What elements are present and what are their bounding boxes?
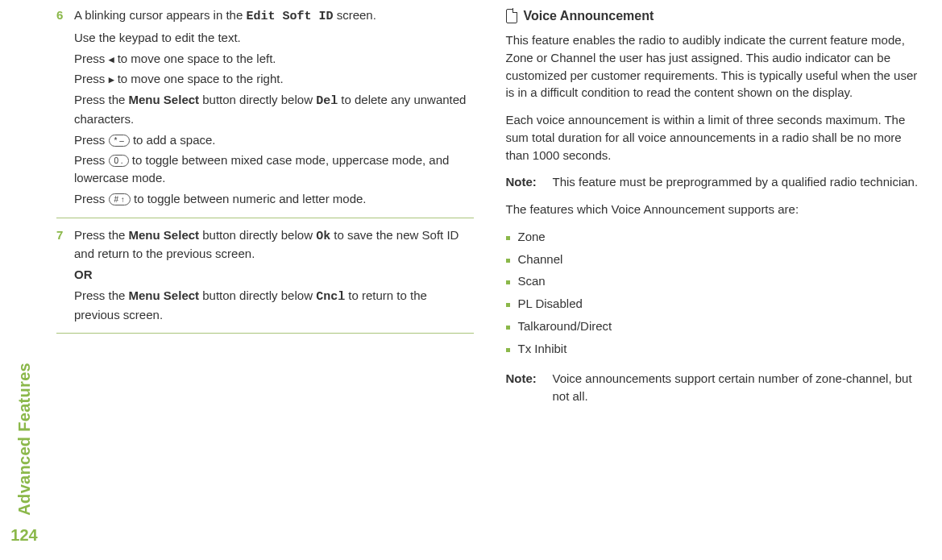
key-star-icon: * – [109,135,130,147]
text: Press [74,52,109,65]
arrow-right-icon: ▸ [109,73,114,85]
list-item: Scan [506,272,923,290]
text: Press [74,153,109,167]
step-7: 7 Press the Menu Select button directly … [56,226,474,334]
paragraph: The features which Voice Announcement su… [506,201,923,218]
note: Note: This feature must be preprogrammed… [506,173,923,191]
ui-label: Menu Select [129,228,200,242]
text: screen. [334,8,376,22]
ui-label: Ok [316,230,330,243]
section-label: Advanced Features [13,363,36,516]
key-hash-icon: # ↑ [109,193,131,205]
text: Press [74,192,109,205]
step-6: 6 A blinking cursor appears in the Edit … [56,6,474,218]
text: button directly below [199,288,316,302]
note-body: Voice announcements support certain numb… [553,370,923,405]
list-item: PL Disabled [506,295,923,313]
text: A blinking cursor appears in the [74,8,246,22]
step-number: 7 [56,226,74,327]
text: Press the [74,288,129,302]
list-text: Zone [518,228,546,246]
bullet-icon [506,348,510,352]
text: to add a space. [130,133,216,147]
step-number: 6 [56,6,74,211]
key-zero-icon: 0 . [109,155,129,167]
ui-label: Del [316,94,338,108]
step-line: Press # ↑ to toggle between numeric and … [74,190,474,208]
text: Press the [74,228,129,242]
list-item: Channel [506,251,923,268]
bullet-icon [506,326,510,330]
step-body: Press the Menu Select button directly be… [74,226,474,327]
text: button directly below [199,228,316,242]
step-line: Press 0 . to toggle between mixed case m… [74,151,474,187]
list-item: Zone [506,228,923,246]
note-body: This feature must be preprogrammed by a … [553,173,923,191]
right-column: Voice Announcement This feature enables … [506,6,923,554]
list-text: Scan [518,272,546,290]
bullet-icon [506,259,510,263]
step-line: Use the keypad to edit the text. [74,29,474,47]
bullet-icon [506,280,510,284]
text: to toggle between numeric and letter mod… [131,192,367,205]
text: Press the [74,93,129,106]
list-item: Tx Inhibit [506,340,923,358]
text: button directly below [199,93,316,106]
ui-label: Edit Soft ID [246,10,333,23]
paragraph: Each voice announcement is within a limi… [506,111,923,164]
list-text: PL Disabled [518,295,583,313]
content: 6 A blinking cursor appears in the Edit … [48,6,942,554]
text: Press [74,133,109,147]
step-line: A blinking cursor appears in the Edit So… [74,6,474,26]
ui-label: Cncl [316,290,345,304]
step-line: Press the Menu Select button directly be… [74,287,474,324]
step-line: Press the Menu Select button directly be… [74,226,474,263]
sidebar: Advanced Features 124 [0,6,48,554]
or-label: OR [74,266,474,284]
note-label: Note: [506,173,543,191]
step-line: Press * – to add a space. [74,131,474,149]
list-text: Tx Inhibit [518,340,567,358]
section-header: Voice Announcement [506,6,923,25]
step-line: Press the Menu Select button directly be… [74,91,474,128]
text: Press [74,72,109,85]
bullet-icon [506,303,510,307]
ui-label: Menu Select [129,93,200,106]
step-body: A blinking cursor appears in the Edit So… [74,6,474,211]
ui-label: Menu Select [129,288,200,302]
list-text: Channel [518,251,563,268]
list-item: Talkaround/Direct [506,317,923,335]
list-text: Talkaround/Direct [518,317,612,335]
arrow-left-icon: ◂ [109,53,114,65]
text: to move one space to the left. [114,52,276,65]
page: Advanced Features 124 6 A blinking curso… [0,0,942,560]
bullet-list: Zone Channel Scan PL Disabled Talkaround… [506,228,923,363]
paragraph: This feature enables the radio to audibl… [506,31,923,102]
document-icon [506,9,517,23]
step-line: Press ▸ to move one space to the right. [74,70,474,88]
bullet-icon [506,236,510,240]
page-number: 124 [10,524,37,547]
text: to toggle between mixed case mode, upper… [74,153,449,185]
note-label: Note: [506,370,543,405]
section-title: Voice Announcement [524,6,654,25]
note: Note: Voice announcements support certai… [506,370,923,405]
left-column: 6 A blinking cursor appears in the Edit … [56,6,474,554]
step-line: Press ◂ to move one space to the left. [74,50,474,68]
text: to move one space to the right. [114,72,284,85]
